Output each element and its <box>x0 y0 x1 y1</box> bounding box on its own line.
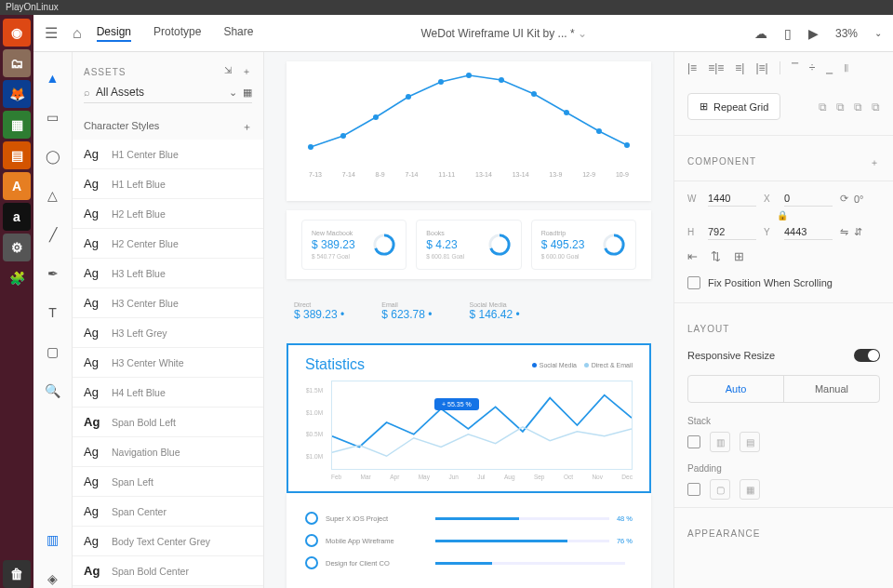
padding-same-icon[interactable]: ▢ <box>710 479 730 500</box>
add-style-icon[interactable]: ＋ <box>242 120 252 134</box>
mobile-preview-icon[interactable]: ▯ <box>784 26 792 41</box>
assets-icon[interactable]: ▥ <box>44 530 62 549</box>
align-center-h-icon[interactable]: ≡|≡ <box>708 61 724 74</box>
artboard-progress[interactable]: Super X iOS Project48 %Mobile App Wirefr… <box>287 493 651 588</box>
x-input[interactable] <box>784 191 833 207</box>
flip-h-icon[interactable]: ⇋ <box>840 226 848 238</box>
ubuntu-dash-icon[interactable]: ◉ <box>3 19 31 47</box>
stack-checkbox[interactable] <box>687 435 700 448</box>
lock-aspect-icon[interactable]: 🔒 <box>687 210 877 220</box>
width-input[interactable] <box>708 191 756 207</box>
grid-view-icon[interactable]: ▦ <box>243 87 252 99</box>
align-controls[interactable]: |≡ ≡|≡ ≡| |≡| ⎺ ÷ ⎯ ⫴ <box>687 61 848 74</box>
artboard-statistics-selected[interactable]: Statistics Social Media Direct & Email $… <box>287 343 651 493</box>
zoom-chevron-icon[interactable]: ⌄ <box>874 28 882 38</box>
character-style-item[interactable]: AgSpan Center <box>73 497 263 527</box>
app-icon[interactable]: 🧩 <box>3 264 31 292</box>
canvas[interactable]: 7-137-148-97-1411-1113-1413-1413-912-910… <box>264 52 673 588</box>
rotate-icon[interactable]: ⟳ <box>840 193 848 205</box>
align-top-icon[interactable]: ⎺ <box>792 61 798 74</box>
artboard-totals[interactable]: Direct$ 389.23 •Email$ 623.78 •Social Me… <box>287 288 651 334</box>
character-style-item[interactable]: AgSpan Left <box>73 467 263 497</box>
polygon-tool[interactable]: △ <box>44 186 62 205</box>
files-icon[interactable]: 🗂 <box>3 49 31 77</box>
play-icon[interactable]: ▶ <box>808 26 819 41</box>
flip-v-icon[interactable]: ⇵ <box>854 226 862 238</box>
menu-icon[interactable]: ☰ <box>45 24 58 42</box>
character-style-item[interactable]: AgSpan Bold Left <box>73 408 263 437</box>
character-style-item[interactable]: AgH4 Left Blue <box>73 378 263 408</box>
tab-design[interactable]: Design <box>97 25 131 42</box>
metric-card[interactable]: New Macbook$ 389.23$ 540.77 Goal <box>301 220 407 270</box>
layers-icon[interactable]: ◈ <box>44 569 62 588</box>
pen-tool[interactable]: ✒ <box>44 264 62 283</box>
character-style-item[interactable]: AgH1 Center Blue <box>73 140 263 169</box>
character-style-item[interactable]: AgH3 Center White <box>73 348 263 378</box>
software-icon[interactable]: A <box>3 172 31 200</box>
character-style-item[interactable]: AgH1 Left Blue <box>73 169 263 199</box>
trash-icon[interactable]: 🗑 <box>3 560 31 588</box>
zoom-tool[interactable]: 🔍 <box>44 381 62 400</box>
impress-icon[interactable]: ▤ <box>3 141 31 169</box>
subtract-op-icon[interactable]: ⧉ <box>836 100 845 114</box>
resize-mode-segment[interactable]: Auto Manual <box>687 375 880 403</box>
artboard-tool[interactable]: ▢ <box>44 342 62 361</box>
repeat-grid-button[interactable]: ⊞ Repeat Grid <box>687 93 780 120</box>
zoom-level[interactable]: 33% <box>835 27 858 40</box>
line-tool[interactable]: ╱ <box>44 225 62 244</box>
character-style-item[interactable]: AgBody Text Center Grey <box>73 527 263 556</box>
add-op-icon[interactable]: ⧉ <box>819 100 827 114</box>
character-style-item[interactable]: AgSpan Bold Center <box>73 556 263 586</box>
calc-icon[interactable]: ▦ <box>3 111 31 139</box>
link-assets-icon[interactable]: ⇲ <box>224 65 233 78</box>
select-tool[interactable]: ▲ <box>44 69 62 87</box>
amazon-icon[interactable]: a <box>3 203 31 231</box>
align-bottom-icon[interactable]: ⎯ <box>826 61 833 74</box>
responsive-resize-toggle[interactable] <box>854 349 880 362</box>
intersect-op-icon[interactable]: ⧉ <box>854 100 862 114</box>
progress-item[interactable]: Design for Client CO <box>305 556 633 569</box>
align-justify-icon[interactable]: |≡| <box>755 61 767 74</box>
cloud-icon[interactable]: ☁ <box>754 26 767 41</box>
fix-position-checkbox[interactable] <box>687 276 700 289</box>
progress-item[interactable]: Mobile App Wireframe76 % <box>305 534 633 547</box>
height-input[interactable] <box>708 224 756 240</box>
tab-prototype[interactable]: Prototype <box>153 25 201 42</box>
assets-search[interactable]: ⌕ All Assets ⌄ ▦ <box>84 86 252 103</box>
resize-auto-option[interactable]: Auto <box>688 376 783 402</box>
add-asset-icon[interactable]: ＋ <box>242 65 252 78</box>
progress-item[interactable]: Super X iOS Project48 % <box>305 512 633 525</box>
scroll-both-icon[interactable]: ⊞ <box>734 249 744 263</box>
align-right-icon[interactable]: ≡| <box>735 61 744 74</box>
firefox-icon[interactable]: 🦊 <box>3 80 31 108</box>
document-title[interactable]: WeDot Wireframe UI Kit by ... * ⌄ <box>268 27 740 40</box>
scroll-vertical-icon[interactable]: ⇅ <box>711 249 721 263</box>
align-middle-icon[interactable]: ÷ <box>809 61 816 74</box>
character-style-item[interactable]: AgNavigation Blue <box>73 437 263 467</box>
align-left-icon[interactable]: |≡ <box>687 61 697 74</box>
scroll-none-icon[interactable]: ⇤ <box>687 249 698 263</box>
rectangle-tool[interactable]: ▭ <box>44 108 62 127</box>
y-input[interactable] <box>784 224 833 240</box>
resize-manual-option[interactable]: Manual <box>783 376 879 402</box>
character-style-item[interactable]: AgH2 Left Blue <box>73 199 263 229</box>
character-style-item[interactable]: AgH3 Center Blue <box>73 288 263 318</box>
exclude-op-icon[interactable]: ⧉ <box>872 100 880 114</box>
stack-vertical-icon[interactable]: ▥ <box>710 432 730 452</box>
character-style-item[interactable]: AgH2 Center Blue <box>73 229 263 259</box>
artboard-line-chart[interactable]: 7-137-148-97-1411-1113-1413-1413-912-910… <box>287 61 651 201</box>
home-icon[interactable]: ⌂ <box>73 25 82 42</box>
character-style-item[interactable]: AgH3 Left Grey <box>73 318 263 348</box>
padding-separate-icon[interactable]: ▦ <box>740 479 760 500</box>
ellipse-tool[interactable]: ◯ <box>44 147 62 166</box>
character-style-item[interactable]: AgH3 Left Blue <box>73 259 263 288</box>
add-component-icon[interactable]: ＋ <box>870 156 880 169</box>
tab-share[interactable]: Share <box>223 25 253 42</box>
stack-horizontal-icon[interactable]: ▤ <box>740 432 760 452</box>
distribute-icon[interactable]: ⫴ <box>844 61 848 74</box>
metric-card[interactable]: Books$ 4.23$ 600.81 Goal <box>416 220 521 270</box>
text-tool[interactable]: T <box>44 303 62 322</box>
settings-icon[interactable]: ⚙ <box>3 234 31 261</box>
metric-card[interactable]: Roadtrip$ 495.23$ 600.00 Goal <box>531 220 636 270</box>
padding-checkbox[interactable] <box>687 483 700 496</box>
